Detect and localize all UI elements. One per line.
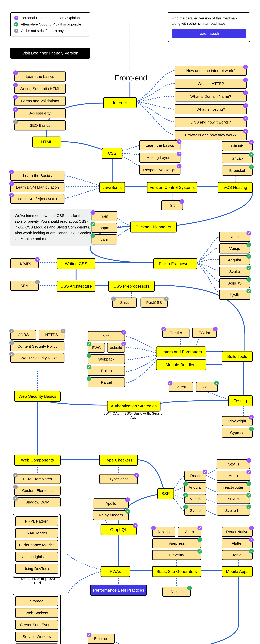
leaf-nextjs[interactable]: Next.js	[216, 459, 250, 469]
leaf-electron[interactable]: Electron	[88, 634, 115, 644]
leaf-ionic[interactable]: Ionic	[222, 550, 253, 560]
leaf-owasp[interactable]: OWASP Security Risks	[10, 353, 65, 363]
node-package-managers[interactable]: Package Managers	[130, 222, 177, 232]
leaf-seo[interactable]: SEO Basics	[14, 120, 66, 130]
leaf-html-basics[interactable]: Learn the basics	[14, 72, 66, 82]
leaf-location[interactable]: Location	[15, 644, 58, 644]
node-vcs[interactable]: Version Control Systems	[147, 182, 197, 193]
leaf-responsive[interactable]: Responsive Design	[139, 165, 180, 175]
leaf-http[interactable]: What is HTTP?	[175, 78, 247, 88]
leaf-apollo[interactable]: Apollo	[93, 498, 129, 508]
leaf-vuepress[interactable]: Vuepress	[152, 538, 201, 548]
leaf-ssr-react[interactable]: React	[184, 471, 206, 481]
promo-button[interactable]: roadmap.sh	[172, 29, 246, 38]
leaf-cors[interactable]: CORS	[10, 330, 36, 340]
node-ssg[interactable]: Static Site Generators	[152, 566, 201, 577]
leaf-pnpm[interactable]: pnpm	[92, 223, 117, 233]
leaf-tailwind[interactable]: Tailwind	[10, 258, 39, 268]
leaf-vitest[interactable]: Vitest	[169, 382, 193, 392]
leaf-gitlab[interactable]: GitLab	[222, 153, 253, 163]
leaf-esbuild[interactable]: esbuild	[107, 342, 125, 353]
leaf-perf-metrics[interactable]: Performance Metrics	[15, 540, 58, 550]
leaf-rail[interactable]: RAIL Model	[15, 528, 58, 538]
leaf-storage[interactable]: Storage	[15, 596, 58, 606]
leaf-react-router[interactable]: react-router	[216, 482, 250, 492]
leaf-yarn[interactable]: yarn	[92, 234, 117, 244]
leaf-vite[interactable]: Vite	[88, 331, 125, 341]
leaf-ssg-astro[interactable]: Astro	[178, 527, 201, 537]
leaf-sass[interactable]: Sass	[112, 298, 137, 308]
leaf-hosting[interactable]: What is hosting?	[175, 104, 247, 114]
leaf-semantic[interactable]: Writing Semantic HTML	[14, 84, 66, 94]
node-vcs-hosting[interactable]: VCS Hosting	[218, 182, 253, 193]
leaf-a11y[interactable]: Accessibility	[14, 108, 66, 118]
node-web-components[interactable]: Web Components	[14, 455, 61, 466]
leaf-ssr-angular[interactable]: Angular	[184, 482, 206, 492]
leaf-layouts[interactable]: Making Layouts	[139, 153, 180, 163]
leaf-internet-how[interactable]: How does the internet work?	[175, 66, 247, 76]
leaf-rollup[interactable]: Rollup	[88, 366, 125, 376]
leaf-react-native[interactable]: React Native	[222, 527, 253, 537]
node-writing-css[interactable]: Writing CSS	[57, 258, 95, 269]
leaf-websockets[interactable]: Web Sockets	[15, 608, 58, 618]
leaf-eslint[interactable]: ESLint	[192, 328, 216, 338]
leaf-css-basics[interactable]: Learn the basics	[139, 140, 180, 150]
leaf-custom-elements[interactable]: Custom Elements	[14, 486, 61, 496]
leaf-bem[interactable]: BEM	[10, 281, 39, 291]
node-performance-best-practices[interactable]: Performance Best Practices	[90, 585, 147, 596]
leaf-github[interactable]: GitHub	[222, 141, 253, 151]
node-graphql[interactable]: GraphQL	[101, 524, 137, 535]
leaf-react[interactable]: React	[219, 232, 250, 242]
leaf-browsers[interactable]: Browsers and how they work?	[175, 130, 247, 140]
leaf-csp[interactable]: Content Security Policy	[10, 341, 65, 351]
leaf-vue[interactable]: Vue.js	[219, 244, 250, 254]
node-css[interactable]: CSS	[102, 148, 122, 159]
node-pick-framework[interactable]: Pick a Framework	[153, 258, 197, 269]
node-pwas[interactable]: PWAs	[101, 566, 130, 577]
leaf-solid[interactable]: Solid JS	[219, 278, 250, 288]
node-javascript[interactable]: JavaScript	[99, 182, 125, 193]
node-testing[interactable]: Testing	[228, 396, 253, 406]
leaf-swc[interactable]: SWC	[88, 342, 105, 353]
leaf-forms[interactable]: Forms and Validations	[14, 96, 66, 106]
leaf-parcel[interactable]: Parcel	[88, 378, 125, 388]
node-html[interactable]: HTML	[32, 136, 61, 148]
leaf-https[interactable]: HTTPS	[39, 330, 65, 340]
leaf-html-templates[interactable]: HTML Templates	[14, 474, 61, 484]
node-ssr[interactable]: SSR	[157, 488, 174, 499]
leaf-angular[interactable]: Angular	[219, 255, 250, 265]
leaf-relay[interactable]: Relay Modern	[93, 510, 129, 520]
node-web-security[interactable]: Web Security Basics	[14, 391, 61, 402]
leaf-nuxtjs[interactable]: Nuxt.js	[216, 494, 250, 504]
leaf-typescript[interactable]: TypeScript	[99, 474, 138, 484]
node-bundlers[interactable]: Module Bundlers	[156, 359, 206, 370]
node-build-tools[interactable]: Build Tools	[222, 351, 253, 362]
node-css-preprocessors[interactable]: CSS Preprocessors	[108, 281, 155, 292]
leaf-prettier[interactable]: Prettier	[162, 328, 189, 338]
leaf-astro[interactable]: Astro	[216, 471, 250, 481]
node-css-architecture[interactable]: CSS Architecture	[57, 281, 95, 292]
leaf-js-basics[interactable]: Learn the Basics	[10, 171, 65, 181]
leaf-sse[interactable]: Server Sent Events	[15, 620, 58, 630]
leaf-qwik[interactable]: Qwik	[219, 290, 250, 300]
leaf-prpl[interactable]: PRPL Pattern	[15, 516, 58, 526]
node-linters[interactable]: Linters and Formatters	[156, 346, 206, 358]
leaf-shadow-dom[interactable]: Shadow DOM	[14, 497, 61, 507]
leaf-dns[interactable]: DNS and how it works?	[175, 117, 247, 127]
leaf-git[interactable]: Git	[161, 200, 183, 210]
leaf-flutter[interactable]: Flutter	[222, 538, 253, 548]
leaf-playwright[interactable]: Playwright	[222, 416, 253, 426]
node-type-checkers[interactable]: Type Checkers	[99, 455, 138, 466]
leaf-devtools[interactable]: Using DevTools	[15, 564, 58, 574]
leaf-ssg-next[interactable]: Next.js	[152, 527, 175, 537]
leaf-ssr-vue[interactable]: Vue.js	[184, 494, 206, 504]
node-internet[interactable]: Internet	[103, 97, 137, 108]
leaf-domain[interactable]: What is Domain Name?	[175, 92, 247, 102]
leaf-fetch[interactable]: Fetch API / Ajax (XHR)	[10, 194, 65, 204]
leaf-eleventy[interactable]: Eleventy	[152, 550, 201, 560]
leaf-svelte[interactable]: Svelte	[219, 266, 250, 277]
leaf-lighthouse[interactable]: Using Lighthouse	[15, 552, 58, 562]
leaf-dom[interactable]: Learn DOM Manipulation	[10, 182, 65, 192]
leaf-npm[interactable]: npm	[92, 211, 117, 221]
leaf-cypress[interactable]: Cypress	[222, 428, 253, 438]
